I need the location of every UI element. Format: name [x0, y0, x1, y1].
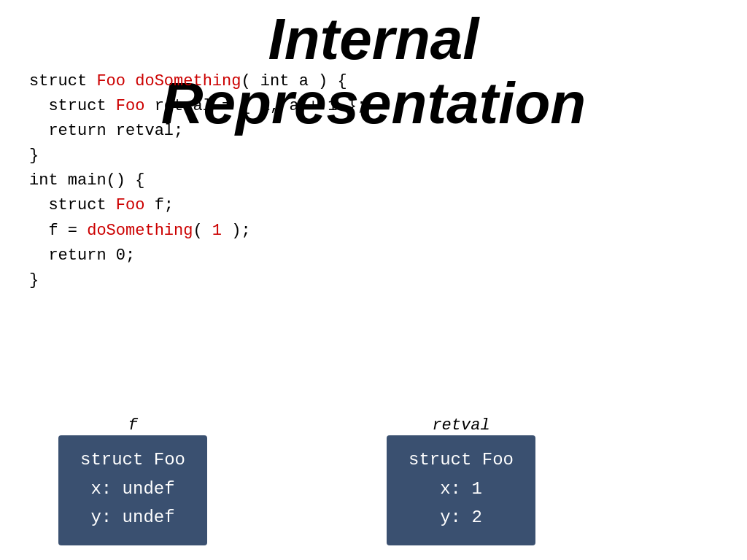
left-box-y: y: undef [80, 503, 185, 532]
right-box-y: y: 2 [409, 503, 514, 532]
slide: Internal Representation struct Foo doSom… [0, 0, 747, 560]
code-line-7: f = doSomething( 1 ); [29, 219, 718, 244]
code-line-9: } [29, 268, 718, 293]
left-label-text: f [128, 416, 137, 435]
left-box-x: x: undef [80, 475, 185, 504]
code-line-3: return retval; [29, 119, 718, 144]
code-line-6: struct Foo f; [29, 193, 718, 218]
code-foo-1: Foo [96, 72, 125, 90]
code-dosomething-2: doSomething [87, 222, 193, 240]
left-box-wrapper: f struct Foo x: undef y: undef [58, 434, 207, 545]
code-foo-2: Foo [116, 97, 145, 115]
code-line-8: return 0; [29, 244, 718, 268]
right-box-x: x: 1 [409, 475, 514, 504]
left-box-type: struct Foo [80, 446, 185, 475]
code-foo-3: Foo [116, 196, 145, 214]
title-line1: Internal [0, 7, 747, 71]
code-arg-1: 1 [212, 222, 222, 240]
right-box-wrapper: retval struct Foo x: 1 y: 2 [387, 435, 535, 545]
right-box-type: struct Foo [409, 446, 514, 475]
code-line-2: struct Foo retval = { a, a + 1 }; [29, 94, 718, 119]
code-line-4: } [29, 144, 718, 168]
code-line-1: struct Foo doSomething( int a ) { [29, 69, 718, 94]
right-label-text: retval [432, 416, 489, 435]
code-line-5: int main() { [29, 168, 718, 193]
right-memory-box: struct Foo x: 1 y: 2 [387, 435, 535, 545]
left-memory-box: struct Foo x: undef y: undef [58, 435, 207, 545]
code-area: struct Foo doSomething( int a ) { struct… [29, 69, 718, 293]
code-dosomething-1: doSomething [135, 72, 241, 90]
